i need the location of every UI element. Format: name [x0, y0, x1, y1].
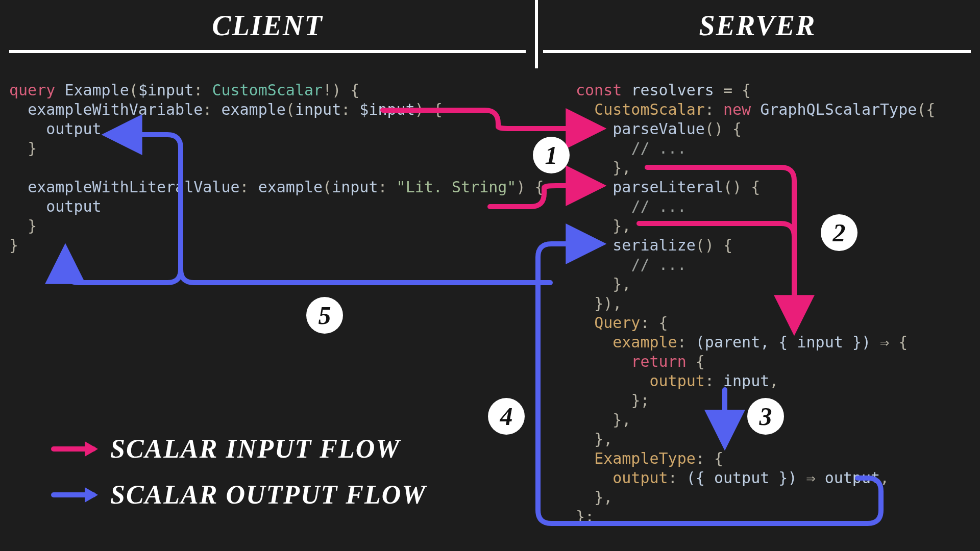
client-code: query Example($input: CustomScalar!) { e… — [9, 81, 520, 255]
badge-4: 4 — [488, 398, 525, 435]
legend-input-label: SCALAR INPUT FLOW — [110, 434, 401, 464]
divider-vertical — [535, 0, 538, 68]
divider-horizontal-right — [543, 50, 971, 53]
legend-input-flow: SCALAR INPUT FLOW — [51, 434, 401, 464]
legend-output-flow: SCALAR OUTPUT FLOW — [51, 480, 427, 510]
badge-5: 5 — [306, 297, 343, 334]
header-client: CLIENT — [0, 9, 535, 42]
badge-3: 3 — [747, 398, 784, 435]
legend-output-label: SCALAR OUTPUT FLOW — [110, 480, 427, 510]
badge-1: 1 — [533, 137, 570, 173]
legend-arrow-icon — [51, 492, 96, 497]
header-server: SERVER — [535, 9, 980, 42]
server-code: const resolvers = { CustomScalar: new Gr… — [576, 81, 974, 527]
divider-horizontal-left — [9, 50, 526, 53]
badge-2: 2 — [821, 214, 857, 251]
legend-arrow-icon — [51, 446, 96, 452]
